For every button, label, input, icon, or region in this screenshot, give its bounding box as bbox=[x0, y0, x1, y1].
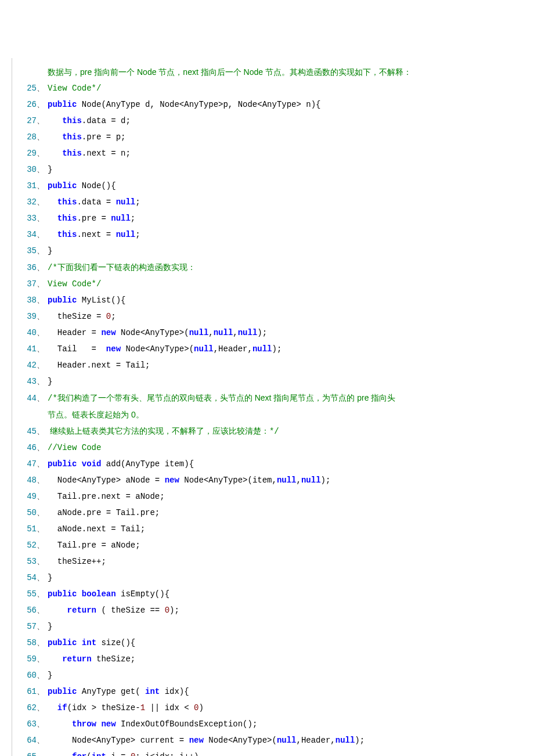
code-token: add(AnyType item){ bbox=[101, 459, 194, 469]
code-token: null bbox=[277, 736, 297, 745]
code-token: Header = bbox=[48, 328, 101, 337]
code-line: 59、 return theSize; bbox=[24, 651, 522, 667]
code-line: 56、 return ( theSize == 0); bbox=[24, 602, 522, 618]
line-number: 37、 bbox=[24, 276, 48, 292]
code-content: public int size(){ bbox=[48, 635, 522, 651]
code-token: ); bbox=[257, 328, 267, 337]
code-line: 32、 this.data = null; bbox=[24, 194, 522, 210]
code-token: .next = bbox=[77, 230, 116, 239]
code-content: return ( theSize == 0); bbox=[48, 602, 522, 618]
code-token: (idx > theSize- bbox=[67, 703, 140, 712]
code-content: aNode.pre = Tail.pre; bbox=[48, 505, 522, 521]
code-content: //View Code bbox=[48, 440, 522, 456]
line-number: 65、 bbox=[24, 748, 48, 756]
code-token: null bbox=[189, 328, 209, 337]
code-token: } bbox=[48, 671, 52, 680]
code-content: for(int i = 0; i<idx; i++) bbox=[48, 748, 522, 756]
code-token bbox=[48, 606, 67, 615]
code-line: 65、 for(int i = 0; i<idx; i++) bbox=[24, 748, 522, 756]
code-content: return theSize; bbox=[48, 651, 522, 667]
code-line: 49、 Tail.pre.next = aNode; bbox=[24, 488, 522, 505]
code-line: 61、public AnyType get( int idx){ bbox=[24, 683, 522, 700]
code-token: } bbox=[48, 573, 52, 582]
code-content: /*下面我们看一下链表的构造函数实现： bbox=[48, 259, 522, 276]
line-number: 34、 bbox=[24, 226, 48, 243]
line-number: 47、 bbox=[24, 456, 48, 472]
line-number: 50、 bbox=[24, 505, 48, 521]
code-token bbox=[48, 116, 62, 125]
code-token: Node(){ bbox=[77, 181, 116, 190]
code-token: this bbox=[62, 116, 82, 125]
code-token bbox=[48, 214, 57, 223]
code-token: public bbox=[48, 181, 77, 190]
code-line: 38、public MyList(){ bbox=[24, 292, 522, 308]
code-token: aNode.pre = Tail.pre; bbox=[48, 508, 160, 517]
code-content: public boolean isEmpty(){ bbox=[48, 586, 522, 602]
line-number: 39、 bbox=[24, 308, 48, 325]
code-token: null bbox=[111, 214, 131, 223]
code-line: 43、} bbox=[24, 373, 522, 390]
code-content: } bbox=[48, 161, 522, 178]
code-token: Tail = bbox=[48, 344, 106, 354]
code-token: } bbox=[48, 165, 52, 174]
code-token: AnyType get( bbox=[77, 687, 145, 696]
line-number: 51、 bbox=[24, 521, 48, 537]
code-token: 下面我们看一下链表的构造函数实现： bbox=[57, 262, 196, 272]
code-token: Node<AnyType>( bbox=[116, 328, 189, 337]
line-number: 64、 bbox=[24, 732, 48, 748]
line-number: 30、 bbox=[24, 161, 48, 178]
code-token: Tail.pre.next = aNode; bbox=[48, 492, 165, 501]
code-content: Node<AnyType> current = new Node<AnyType… bbox=[48, 732, 522, 748]
code-content: theSize++; bbox=[48, 553, 522, 570]
code-token: IndexOutOfBoundsException(); bbox=[116, 719, 258, 729]
code-token: public bbox=[48, 100, 77, 109]
code-line: 64、 Node<AnyType> current = new Node<Any… bbox=[24, 732, 522, 748]
line-number: 38、 bbox=[24, 292, 48, 308]
code-token: Tail.pre = aNode; bbox=[48, 541, 140, 550]
code-token: Header.next = Tail; bbox=[48, 361, 150, 370]
line-number: 57、 bbox=[24, 618, 48, 635]
code-line: 35、} bbox=[24, 243, 522, 259]
code-line: 28、 this.pre = p; bbox=[24, 129, 522, 145]
code-content: Tail.pre = aNode; bbox=[48, 537, 522, 553]
code-token: Node<AnyType>( bbox=[204, 736, 277, 745]
code-token bbox=[48, 197, 57, 207]
code-token: Node<AnyType> current = bbox=[48, 736, 189, 745]
code-line: 30、} bbox=[24, 161, 522, 178]
code-token: this bbox=[57, 214, 77, 223]
code-token: new bbox=[101, 719, 116, 729]
line-number: 41、 bbox=[24, 341, 48, 357]
code-line: 60、} bbox=[24, 667, 522, 683]
code-token: new bbox=[101, 328, 116, 337]
code-token: View Code*/ bbox=[48, 279, 101, 289]
code-token: //View Code bbox=[48, 443, 101, 452]
code-token: int bbox=[92, 752, 106, 756]
code-token: ( bbox=[86, 752, 91, 756]
code-token: } bbox=[48, 246, 52, 255]
code-line: 58、public int size(){ bbox=[24, 635, 522, 651]
code-token: public bbox=[48, 687, 77, 696]
code-content: } bbox=[48, 373, 522, 390]
line-number: 35、 bbox=[24, 243, 48, 259]
code-token: idx){ bbox=[160, 687, 189, 696]
line-number: 63、 bbox=[24, 716, 48, 732]
line-number: 61、 bbox=[24, 683, 48, 700]
code-token: return bbox=[62, 654, 91, 664]
code-token: Node<AnyType> aNode = bbox=[48, 476, 165, 485]
code-token bbox=[48, 149, 62, 158]
code-token: 我们构造了一个带有头、尾节点的双向链表，头节点的 Next 指向尾节点，为节点的… bbox=[57, 393, 396, 402]
code-token: boolean bbox=[82, 589, 116, 599]
code-token bbox=[77, 459, 81, 469]
code-token: theSize = bbox=[48, 312, 106, 321]
code-token: 继续贴上链表类其它方法的实现，不解释了，应该比较清楚： bbox=[48, 426, 269, 435]
code-token: null bbox=[335, 736, 355, 745]
code-content: Header.next = Tail; bbox=[48, 357, 522, 373]
line-number: 46、 bbox=[24, 440, 48, 456]
line-number: 42、 bbox=[24, 357, 48, 373]
code-token: theSize; bbox=[92, 654, 136, 664]
code-token bbox=[48, 132, 62, 142]
code-token: throw bbox=[72, 719, 96, 729]
code-token: } bbox=[48, 622, 52, 631]
code-line: 42、 Header.next = Tail; bbox=[24, 357, 522, 373]
code-token: this bbox=[57, 197, 77, 207]
